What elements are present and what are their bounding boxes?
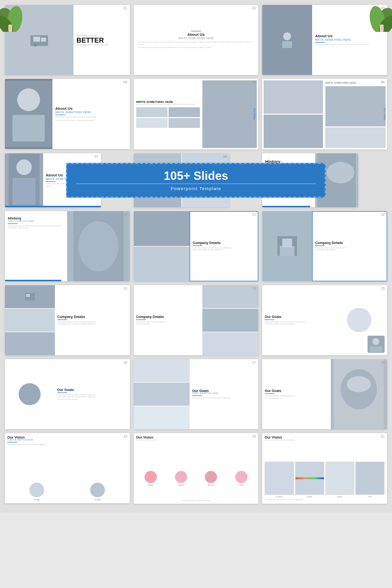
slide-4-body2: Lorem ipsum dolor sit amet consectetur a… xyxy=(55,120,127,122)
svg-rect-3 xyxy=(8,24,12,32)
slide-16-image xyxy=(5,359,55,429)
slide-5-img1 xyxy=(136,107,168,117)
slide-19-title: Our Vision xyxy=(7,436,127,439)
slide-20-circle-4: Profit xyxy=(227,484,256,486)
slide-14-number: 14 xyxy=(252,287,256,290)
slide-12-image xyxy=(262,211,312,281)
slide-2-subtitle: WRITE SOMETHING HERE xyxy=(138,37,255,40)
svg-rect-9 xyxy=(33,37,40,42)
slide-5: 05 WRITE SOMETHING HERE Lorem ipsum dolo… xyxy=(134,79,259,149)
slide-18-body2: Lorem ipsum dolor sit xyxy=(265,397,328,400)
slide-5-img4 xyxy=(169,118,200,128)
slide-11: 11 Company Details Lorem ipsum dolor sit… xyxy=(134,211,259,281)
slide-16-deco xyxy=(57,392,67,393)
slide-row-2: 04 About Us WRITE SOMETHING HERE Lorem xyxy=(5,79,387,149)
slide-11-number: 11 xyxy=(252,213,256,216)
slide-20-body: Lorem ipsum dolor sit amet xyxy=(136,439,256,441)
slide-7-image xyxy=(5,153,43,207)
slide-3-image xyxy=(262,5,312,75)
slide-21-body: Lorem ipsum dolor sit amet consectetur xyxy=(265,439,385,441)
slide-15-title: Our Goals xyxy=(265,315,328,318)
slide-10-body2: Lorem ipsum dolor sit amet xyxy=(8,227,64,229)
slide-21-footer: Lorem ipsum dolor sit amet consectetur a… xyxy=(265,499,385,501)
slide-17-subtitle: PLACE A SUBTITLE HERE xyxy=(192,392,256,394)
slide-13: 13 Company Details Lorem ipsum dolor sit… xyxy=(5,285,130,355)
slide-17-body: Lorem ipsum dolor sit amet consectetur a… xyxy=(192,397,256,399)
slide-6-img1 xyxy=(264,80,322,114)
svg-rect-10 xyxy=(41,38,46,42)
slide-4-number: 04 xyxy=(123,80,127,84)
slide-row-6: 16 Our Goals Lorem ipsum dolor sit amet … xyxy=(5,359,387,429)
slide-18: 18 Our Goals Lorem ipsum dolor sit amet … xyxy=(262,359,387,429)
slide-15-number: 15 xyxy=(381,287,385,290)
slide-21: 21 Our Vision Lorem ipsum dolor sit amet… xyxy=(262,433,387,503)
svg-rect-16 xyxy=(12,115,45,142)
slide-17-number: 17 xyxy=(252,361,256,364)
slide-4-title: About Us xyxy=(55,106,127,111)
slide-16-body3: Lorem ipsum dolor sit amet xyxy=(57,398,127,401)
slide-3-deco xyxy=(315,42,325,43)
slide-8-number: 08 xyxy=(223,155,227,158)
slide-21-label-2: Quality xyxy=(295,496,324,498)
slide-16-title: Our Goals xyxy=(57,388,127,392)
slide-row-1: 01 PRESENTING A BETTER OUTSTANDING P xyxy=(5,5,387,75)
svg-rect-13 xyxy=(282,41,292,48)
slide-3-body: Lorem ipsum dolor sit amet consectetur a… xyxy=(315,44,384,46)
slide-10-image xyxy=(67,211,129,281)
slide-row-4: 10 History PLACE A SUBTITLE HERE Lorem i… xyxy=(5,211,387,281)
slide-17-title: Our Goals xyxy=(192,389,256,392)
slide-16-number: 16 xyxy=(123,361,127,364)
slide-14-body2: Lorem ipsum dolor xyxy=(136,323,200,325)
slide-4-image xyxy=(5,79,52,149)
slide-5-number: 05 xyxy=(252,80,256,84)
slide-19: 19 Our Vision PLACE A SUBTITLE HERE Lore… xyxy=(5,433,130,503)
slide-15-deco xyxy=(265,319,274,320)
svg-point-11 xyxy=(34,44,37,47)
slide-11-deco xyxy=(193,245,202,246)
slide-3-subtitle: WRITE SOMETHING HERE xyxy=(315,38,384,41)
slide-row-7: 19 Our Vision PLACE A SUBTITLE HERE Lore… xyxy=(5,433,387,503)
slide-20-circle-3: Business xyxy=(197,484,226,486)
slide-19-number: 19 xyxy=(123,435,127,438)
slide-21-title: Our Vision xyxy=(265,436,385,439)
slide-6-img3 xyxy=(325,86,386,126)
slide-13-deco xyxy=(57,319,67,320)
svg-point-30 xyxy=(372,338,379,345)
slide-4-subtitle: WRITE SOMETHING HERE xyxy=(55,111,127,114)
slide-16: 16 Our Goals Lorem ipsum dolor sit amet … xyxy=(5,359,130,429)
slide-6-img2 xyxy=(264,115,322,148)
slide-19-subtitle: PLACE A SUBTITLE HERE xyxy=(7,439,127,441)
slide-13-title: Company Details xyxy=(57,315,127,318)
svg-point-35 xyxy=(347,376,371,392)
slide-7-blue-bar xyxy=(5,206,101,207)
slide-20: 20 Our Vision Lorem ipsum dolor sit amet… xyxy=(134,433,259,503)
slide-12-body2: Lorem ipsum dolor sit amet xyxy=(315,249,384,251)
slide-13-images xyxy=(5,285,55,355)
slide-11-title: Company Details xyxy=(193,241,255,245)
slide-18-deco xyxy=(265,393,274,394)
plant-left-decoration xyxy=(0,0,32,32)
hero-banner: 105+ Slides Powerpoint Template xyxy=(66,163,326,197)
svg-point-21 xyxy=(326,162,354,183)
slide-row-5: 13 Company Details Lorem ipsum dolor sit… xyxy=(5,285,387,355)
slide-12-title: Company Details xyxy=(315,241,384,245)
slide-20-circle-2: Quality xyxy=(167,484,196,486)
slide-17-images xyxy=(134,359,190,429)
slide-14-title: Company Details xyxy=(136,315,200,318)
svg-rect-28 xyxy=(26,294,30,297)
slide-5-vertical-label: About Us xyxy=(253,108,256,121)
main-container: 01 PRESENTING A BETTER OUTSTANDING P xyxy=(0,0,392,513)
slide-6-title: WRITE SOMETHING HERE xyxy=(325,80,386,85)
slide-2-body: Lorem ipsum dolor sit amet consectetur a… xyxy=(138,41,255,46)
svg-rect-26 xyxy=(282,239,292,247)
slide-5-main-img: About Us xyxy=(202,80,257,147)
slide-13-body2: Lorem ipsum dolor sit amet consectetur a… xyxy=(57,323,127,325)
slide-11-images xyxy=(134,211,190,281)
slide-2-body2: Lorem ipsum dolor sit amet consectetur a… xyxy=(138,47,255,49)
slide-2-title: About Us xyxy=(138,32,255,37)
slide-18-number: 18 xyxy=(381,361,385,364)
slide-10: 10 History PLACE A SUBTITLE HERE Lorem i… xyxy=(5,211,130,281)
slide-19-body: Lorem ipsum dolor sit amet consectetur a… xyxy=(7,443,127,446)
slide-21-label-1: Business xyxy=(265,496,294,498)
slide-20-footer: Lorem ipsum dolor sit amet consectetur xyxy=(134,500,259,502)
